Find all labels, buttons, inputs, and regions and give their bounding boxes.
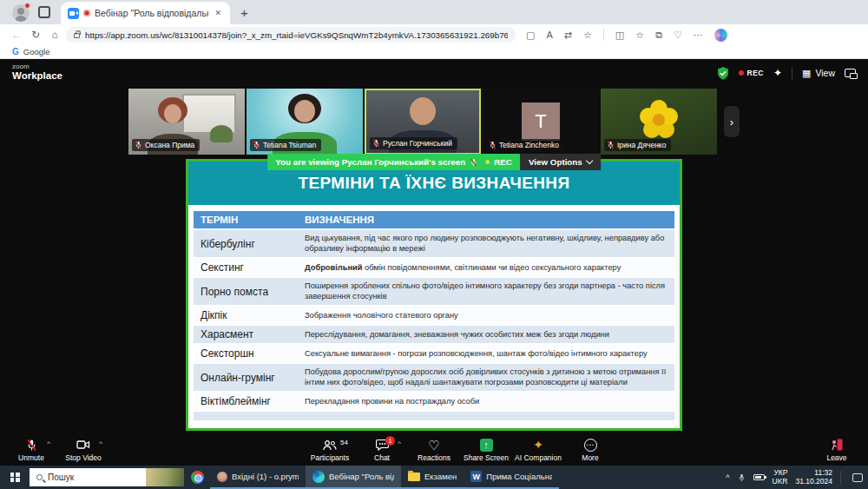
tab-close-icon[interactable]: ✕ [213, 9, 223, 17]
new-tab-button[interactable]: + [240, 5, 248, 20]
collections-icon[interactable]: ⧉ [655, 30, 662, 40]
browser-tab-strip: Вебінар "Роль відповідальн ✕ + [0, 0, 868, 24]
participants-count-badge: 54 [340, 439, 348, 446]
table-empty-row [194, 410, 674, 420]
video-tile-tetiana-zinchenko[interactable]: T Tetiana Zinchenko [483, 89, 599, 155]
refresh-icon[interactable]: ↻ [26, 29, 45, 41]
taskbar-window-mail[interactable]: Вхідні (1) - o.pryma... [210, 466, 306, 489]
taskbar-window-edge-active[interactable]: Вебінар "Роль від... [306, 466, 401, 489]
reader-mode-icon[interactable]: ▢ [526, 30, 535, 40]
search-highlight-image[interactable] [146, 468, 184, 486]
leave-button[interactable]: Leave [811, 439, 863, 462]
participant-name-tag: Ірина Дяченко [604, 139, 671, 151]
chat-button[interactable]: 1 ^ Chat [356, 439, 408, 462]
participant-name-tag: Tetiana Zinchenko [486, 139, 564, 151]
video-tile-iryna[interactable]: Ірина Дяченко [601, 89, 717, 155]
taskbar-window-folder[interactable]: Екзамен [401, 466, 464, 489]
ai-companion-button[interactable]: ✦ AI Companion [512, 439, 564, 462]
slide-title: ТЕРМІНИ ТА ЇХНЄ ВИЗНАЧЕННЯ [298, 174, 569, 193]
address-bar[interactable]: https://app.zoom.us/wc/81310014378/join?… [66, 27, 516, 43]
chevron-up-icon[interactable]: ^ [99, 439, 102, 447]
participants-icon [323, 439, 337, 451]
browser-tab-active[interactable]: Вебінар "Роль відповідальн ✕ [61, 2, 230, 24]
table-row: Сексторшн Сексуальне вимагання - погрози… [194, 343, 674, 362]
read-aloud-icon[interactable]: A [546, 30, 552, 40]
banner-rec-dot-icon [485, 160, 490, 164]
edge-icon [312, 471, 325, 483]
windows-logo-icon [10, 472, 20, 482]
tray-mic-icon[interactable] [738, 472, 746, 483]
participants-button[interactable]: 54 Participants [304, 439, 356, 462]
table-row: Дікпік Зображення чоловічого статевого о… [194, 305, 674, 324]
date-text: 31.10.2024 [795, 478, 832, 486]
recording-indicator: REC [739, 69, 764, 77]
header-divider [792, 67, 792, 80]
back-icon[interactable]: ← [7, 29, 26, 41]
copilot-icon[interactable] [714, 29, 727, 42]
lock-icon [74, 33, 80, 38]
shared-screen-content: ТЕРМІНИ ТА ЇХНЄ ВИЗНАЧЕННЯ ТЕРМІН ВИЗНАЧ… [186, 159, 682, 431]
browser-profile-button[interactable] [12, 4, 30, 22]
split-screen-icon[interactable]: ◫ [615, 30, 624, 40]
muted-mic-icon [470, 158, 477, 167]
favorites-list-icon[interactable]: ☆ [635, 30, 644, 40]
home-icon[interactable]: ⌂ [45, 29, 64, 41]
word-icon: W [470, 471, 482, 482]
tab-actions-icon[interactable] [38, 6, 50, 18]
muted-mic-icon [26, 439, 37, 452]
url-text[interactable]: https://app.zoom.us/wc/81310014378/join?… [85, 30, 508, 40]
security-shield-icon[interactable] [717, 67, 729, 80]
browser-toolbar: ← ↻ ⌂ https://app.zoom.us/wc/81310014378… [0, 24, 868, 45]
taskbar-window-word[interactable]: W Прима Соціальна ... [464, 466, 559, 489]
stop-video-button[interactable]: ^ Stop Video [57, 439, 109, 462]
zoom-meeting-window: zoom Workplace REC ✦ ▦ View [0, 59, 868, 466]
reactions-button[interactable]: ♡ Reactions [408, 439, 460, 462]
clock[interactable]: 11:32 31.10.2024 [795, 469, 832, 486]
more-button[interactable]: ⋯ More [564, 439, 616, 462]
favorites-item-google[interactable]: Google [23, 47, 50, 56]
muted-mic-icon [253, 141, 260, 149]
table-row: Секстинг Добровільний обмін повідомлення… [194, 257, 674, 276]
share-screen-button[interactable]: ↑ Share Screen [460, 439, 512, 462]
gmail-avatar-icon [217, 472, 227, 482]
camera-icon [76, 439, 90, 450]
ai-sparkle-icon[interactable]: ✦ [773, 67, 782, 79]
zoom-favicon-icon [68, 8, 79, 19]
chevron-up-icon[interactable]: ^ [398, 439, 401, 447]
daffodil-image [653, 114, 665, 126]
view-button[interactable]: ▦ View [802, 68, 835, 79]
settings-more-icon[interactable]: ⋯ [694, 30, 703, 40]
taskbar-chrome-button[interactable] [184, 466, 210, 489]
notification-center-icon[interactable] [852, 473, 863, 482]
participant-name-tag: Оксана Прима [132, 139, 200, 151]
muted-mic-icon [607, 141, 615, 149]
tray-expand-icon[interactable]: ^ [726, 473, 729, 482]
recording-dot-icon [739, 70, 744, 76]
taskbar-search[interactable]: Пошук [30, 468, 184, 486]
favorite-star-icon[interactable]: ☆ [583, 30, 592, 40]
ai-companion-icon: ✦ [533, 439, 543, 452]
grid-view-icon: ▦ [802, 68, 811, 79]
video-tile-ruslan-active-speaker[interactable]: Руслан Горчинський [365, 89, 481, 155]
participant-film-strip: Оксана Прима Tetiana Tsiuman Руслан Горч… [0, 87, 868, 156]
toolbar-divider [603, 29, 604, 41]
start-button[interactable] [0, 466, 30, 489]
next-participants-button[interactable]: › [724, 106, 740, 137]
battery-icon[interactable] [753, 474, 765, 480]
tab-title: Вебінар "Роль відповідальн [95, 8, 208, 18]
translate-icon[interactable]: ⇄ [564, 30, 572, 40]
column-header-definition: ВИЗНАЧЕННЯ [298, 211, 674, 228]
video-tile-tetiana-tsiuman[interactable]: Tetiana Tsiuman [247, 89, 363, 155]
chevron-up-icon[interactable]: ^ [47, 439, 50, 447]
browser-essentials-icon[interactable]: ♡ [674, 30, 682, 40]
table-row: Кібербулінг Вид цькування, під час якого… [194, 228, 674, 257]
terms-table: ТЕРМІН ВИЗНАЧЕННЯ Кібербулінг Вид цькува… [188, 205, 680, 420]
heart-icon: ♡ [428, 439, 439, 452]
minimize-window-icon[interactable] [845, 69, 856, 77]
unmute-button[interactable]: ^ Unmute [5, 439, 57, 462]
tray-divider [840, 471, 841, 485]
view-options-button[interactable]: View Options [520, 154, 601, 170]
language-indicator[interactable]: УКР UKR [773, 469, 788, 486]
video-tile-oksana[interactable]: Оксана Прима [128, 89, 245, 155]
column-header-term: ТЕРМІН [194, 211, 298, 228]
